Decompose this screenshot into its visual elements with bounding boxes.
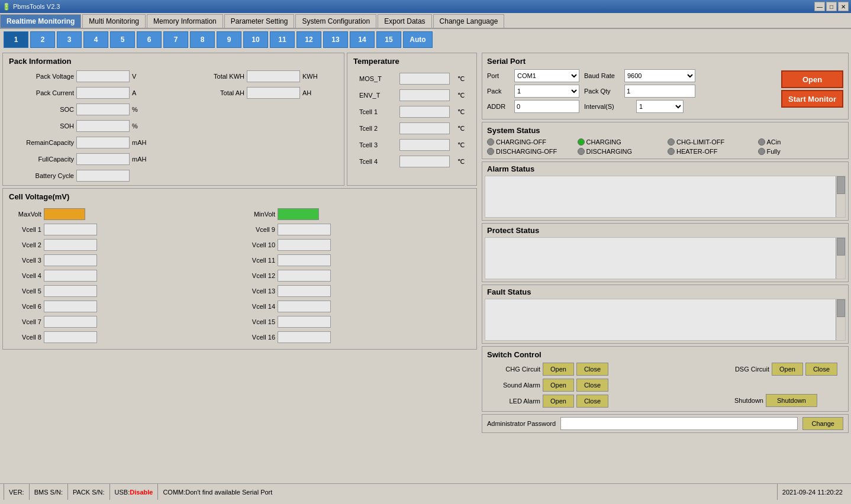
num-tab-13[interactable]: 13: [323, 31, 348, 48]
vcell15-input[interactable]: [278, 316, 331, 328]
fault-status-content[interactable]: [485, 299, 846, 341]
num-tab-14[interactable]: 14: [350, 31, 375, 48]
fault-scrollbar[interactable]: [836, 299, 845, 340]
vcell16-input[interactable]: [278, 331, 331, 343]
vcell4-input[interactable]: [44, 270, 97, 282]
pack-voltage-input[interactable]: [76, 70, 130, 82]
alarm-status-content[interactable]: [485, 176, 846, 218]
num-tab-3[interactable]: 3: [57, 31, 82, 48]
vcell14-label: Vcell 14: [243, 303, 275, 310]
alarm-scrollbar[interactable]: [836, 176, 845, 217]
pack-select[interactable]: 1: [514, 85, 579, 98]
menu-tabs: Realtime Monitoring Multi Monitoring Mem…: [0, 13, 851, 29]
num-tab-8[interactable]: 8: [190, 31, 215, 48]
remain-capacity-input[interactable]: [76, 137, 130, 148]
tab-system-configuration[interactable]: System Configuration: [295, 14, 376, 28]
num-tab-7[interactable]: 7: [163, 31, 188, 48]
maximize-button[interactable]: □: [826, 2, 837, 11]
num-tab-1[interactable]: 1: [4, 31, 28, 48]
total-ah-input[interactable]: [247, 87, 300, 99]
shutdown-button[interactable]: Shutdown: [766, 394, 817, 407]
fully-dot: [758, 148, 765, 155]
total-kwh-unit: KWH: [302, 73, 320, 80]
tab-change-language[interactable]: Change Language: [433, 14, 505, 28]
alarm-scroll-thumb[interactable]: [837, 176, 845, 194]
tcell2-input[interactable]: [399, 122, 450, 134]
num-tab-9[interactable]: 9: [217, 31, 241, 48]
ver-label: VER:: [9, 489, 24, 496]
vcell5-input[interactable]: [44, 285, 97, 297]
vcell6-row: Vcell 6: [9, 301, 237, 312]
port-select[interactable]: COM1: [514, 69, 579, 82]
num-tab-11[interactable]: 11: [270, 31, 295, 48]
protect-scroll-thumb[interactable]: [837, 238, 845, 256]
vcell3-input[interactable]: [44, 254, 97, 266]
tcell4-row: Tcell 4 ℃: [353, 156, 470, 167]
num-tab-5[interactable]: 5: [110, 31, 135, 48]
tab-export-datas[interactable]: Export Datas: [378, 14, 431, 28]
led-alarm-open-btn[interactable]: Open: [543, 395, 574, 408]
soc-input[interactable]: [76, 104, 130, 115]
env-t-input[interactable]: [399, 89, 450, 101]
protect-status-content[interactable]: [485, 237, 846, 279]
start-monitor-button[interactable]: Start Monitor: [781, 90, 843, 108]
vcell11-input[interactable]: [278, 254, 331, 266]
sound-alarm-open-btn[interactable]: Open: [543, 379, 574, 392]
mos-t-input[interactable]: [399, 73, 450, 85]
vcell2-input[interactable]: [44, 239, 97, 251]
fault-scroll-thumb[interactable]: [837, 299, 845, 317]
statusbar-time: 2021-09-24 11:20:22: [778, 489, 847, 496]
dsg-circuit-close-btn[interactable]: Close: [805, 363, 837, 376]
tcell3-input[interactable]: [399, 139, 450, 151]
close-button[interactable]: ✕: [838, 2, 849, 11]
tcell1-input[interactable]: [399, 106, 450, 118]
total-kwh-input[interactable]: [247, 70, 300, 82]
dsg-circuit-open-btn[interactable]: Open: [772, 363, 803, 376]
pack-qty-input[interactable]: [624, 85, 695, 98]
chg-circuit-open-btn[interactable]: Open: [543, 363, 574, 376]
vcell12-input[interactable]: [278, 270, 331, 282]
baud-rate-select[interactable]: 9600: [624, 69, 695, 82]
vcell6-label: Vcell 6: [9, 303, 41, 310]
num-tab-2[interactable]: 2: [30, 31, 55, 48]
chg-circuit-close-btn[interactable]: Close: [576, 363, 608, 376]
pack-current-input[interactable]: [76, 87, 130, 99]
pack-info-content: Pack Voltage V Pack Current A SOC: [9, 70, 338, 182]
battery-cycle-input[interactable]: [76, 170, 130, 182]
vcell8-input[interactable]: [44, 331, 97, 343]
minimize-button[interactable]: —: [814, 2, 825, 11]
tab-parameter-setting[interactable]: Parameter Setting: [224, 14, 295, 28]
vcell7-input[interactable]: [44, 316, 97, 328]
num-tab-auto[interactable]: Auto: [403, 31, 433, 48]
vcell9-input[interactable]: [278, 224, 331, 235]
addr-input[interactable]: [514, 100, 579, 113]
admin-password-input[interactable]: [560, 417, 798, 430]
change-password-button[interactable]: Change: [802, 417, 843, 430]
vcell14-row: Vcell 14: [243, 301, 470, 312]
sound-alarm-close-btn[interactable]: Close: [576, 379, 608, 392]
vcell6-input[interactable]: [44, 301, 97, 312]
minvolt-label: MinVolt: [243, 211, 275, 218]
protect-scrollbar[interactable]: [836, 238, 845, 279]
full-capacity-input[interactable]: [76, 153, 130, 165]
num-tab-12[interactable]: 12: [296, 31, 321, 48]
vcell10-input[interactable]: [278, 239, 331, 251]
led-alarm-close-btn[interactable]: Close: [576, 395, 608, 408]
num-tab-15[interactable]: 15: [376, 31, 401, 48]
dsg-circuit-row: DSG Circuit Open Close: [722, 363, 837, 376]
tab-memory-information[interactable]: Memory Information: [147, 14, 223, 28]
vcell14-input[interactable]: [278, 301, 331, 312]
open-button[interactable]: Open: [781, 70, 843, 88]
tab-multi-monitoring[interactable]: Multi Monitoring: [82, 14, 146, 28]
tcell4-input[interactable]: [399, 156, 450, 167]
soh-input[interactable]: [76, 120, 130, 132]
num-tab-6[interactable]: 6: [137, 31, 162, 48]
tab-realtime-monitoring[interactable]: Realtime Monitoring: [0, 14, 81, 28]
vcell13-input[interactable]: [278, 285, 331, 297]
num-tab-10[interactable]: 10: [243, 31, 268, 48]
sound-alarm-label: Sound Alarm: [487, 382, 540, 389]
interval-select[interactable]: 1: [636, 100, 684, 113]
tcell3-unit: ℃: [457, 141, 465, 149]
vcell1-input[interactable]: [44, 224, 97, 235]
num-tab-4[interactable]: 4: [83, 31, 108, 48]
